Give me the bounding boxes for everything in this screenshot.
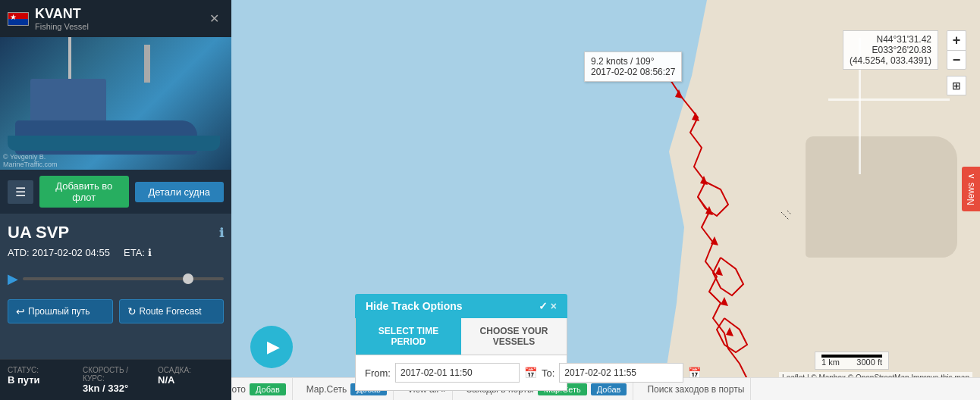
from-calendar-icon[interactable]: 📅	[524, 367, 537, 379]
vessel-image: © Yevgeniy B. MarineTraffic.com	[0, 37, 231, 170]
vessel-stats: Статус: В пути Скорость / Курс: 3kn / 33…	[0, 359, 231, 400]
close-track-options-button[interactable]: ×	[551, 300, 557, 312]
track-options-popup: Hide Track Options ✓ × SELECT TIME PERIO…	[355, 294, 567, 391]
vessel-crane	[144, 45, 150, 83]
check-icon: ✓	[539, 300, 548, 312]
vessel-waterline	[8, 136, 220, 151]
history-icon: ↩	[16, 305, 25, 317]
tooltip-speed: 9.2 knots / 109°	[591, 56, 675, 67]
vessel-map-tooltip: 9.2 knots / 109° 2017-02-02 08:56:27	[584, 52, 682, 82]
vessel-mast	[68, 37, 71, 83]
vessel-name-block: KVANT Fishing Vessel	[35, 6, 205, 31]
bottom-add-btn-3[interactable]: Добав	[591, 383, 627, 395]
playback-play-icon[interactable]: ▶	[8, 270, 18, 287]
callsign-info-icon[interactable]: ℹ	[219, 226, 224, 240]
draft-block: Осадка: N/A	[158, 366, 224, 394]
news-button[interactable]: News ∧	[962, 167, 980, 211]
scale-ft: 3000 ft	[856, 358, 882, 367]
tab-choose-vessels[interactable]: CHOOSE YOUR VESSELS	[461, 318, 567, 355]
coords-line2: E033°26'20.83	[850, 45, 931, 55]
hide-track-label: Hide Track Options	[366, 300, 463, 312]
route-forecast-button[interactable]: ↻ Route Forecast	[119, 299, 225, 323]
flag-icon	[8, 12, 29, 26]
add-to-fleet-button[interactable]: Добавить во флот	[39, 176, 129, 208]
vessel-actions: ☰ Добавить во флот Детали судна	[0, 170, 231, 214]
close-panel-button[interactable]: ✕	[205, 10, 224, 27]
vessel-name: KVANT	[35, 6, 205, 22]
time-period-form: From: 📅 To: 📅	[356, 355, 567, 390]
slider-thumb[interactable]	[183, 273, 193, 284]
vessel-panel: KVANT Fishing Vessel ✕ © Yevgeniy B. Mar…	[0, 0, 231, 400]
track-options-header: Hide Track Options ✓ ×	[355, 294, 567, 318]
vessel-callsign: UA SVP ℹ	[8, 223, 224, 242]
coords-display: N44°31'31.42 E033°26'20.83 (44.5254, 033…	[843, 30, 938, 70]
play-button[interactable]	[250, 326, 293, 368]
coords-line1: N44°31'31.42	[850, 34, 931, 45]
image-credit: © Yevgeniy B. MarineTraffic.com	[3, 153, 58, 168]
map-controls: + −	[947, 30, 966, 70]
eta-info-icon[interactable]: ℹ	[148, 247, 152, 258]
tab-select-time-period[interactable]: SELECT TIME PERIOD	[356, 318, 461, 355]
time-period-tabs: SELECT TIME PERIOD CHOOSE YOUR VESSELS	[356, 318, 567, 355]
to-calendar-icon[interactable]: 📅	[688, 367, 701, 379]
hamburger-button[interactable]: ☰	[8, 180, 33, 204]
svg-marker-0	[675, 89, 683, 98]
bottom-add-btn-1[interactable]: Добав	[250, 383, 286, 395]
history-route-button[interactable]: ↩ Прошлый путь	[8, 299, 113, 323]
vessel-times: ATD: 2017-02-02 04:55 ETA: ℹ	[8, 247, 224, 258]
to-label: To:	[542, 367, 554, 379]
action-buttons: ↩ Прошлый путь ↻ Route Forecast	[8, 293, 224, 330]
track-options-body: SELECT TIME PERIOD CHOOSE YOUR VESSELS F…	[355, 318, 567, 391]
vessel-type: Fishing Vessel	[35, 22, 205, 31]
map-view-button[interactable]: ⊞	[947, 76, 966, 95]
vessel-details-button[interactable]: Детали судна	[135, 182, 225, 202]
forecast-icon: ↻	[127, 305, 137, 317]
zoom-in-button[interactable]: +	[947, 30, 966, 50]
playback-slider: ▶	[8, 264, 224, 293]
vessel-superstructure	[30, 79, 106, 124]
to-datetime-input[interactable]	[559, 363, 683, 383]
status-block: Статус: В пути	[8, 366, 74, 394]
coords-line3: (44.5254, 033.4391)	[850, 55, 931, 66]
from-datetime-input[interactable]	[395, 363, 520, 383]
slider-track[interactable]	[23, 277, 224, 280]
vessel-silhouette	[8, 64, 212, 155]
zoom-out-button[interactable]: −	[947, 50, 966, 70]
scale-bar: 1 km 3000 ft	[815, 352, 889, 370]
tooltip-time: 2017-02-02 08:56:27	[591, 67, 675, 77]
vessel-header: KVANT Fishing Vessel ✕	[0, 0, 231, 37]
speed-block: Скорость / Курс: 3kn / 332°	[83, 366, 149, 394]
scale-km: 1 km	[821, 358, 840, 367]
vessel-info: UA SVP ℹ ATD: 2017-02-02 04:55 ETA: ℹ ▶ …	[0, 214, 231, 339]
from-label: From:	[365, 367, 391, 379]
